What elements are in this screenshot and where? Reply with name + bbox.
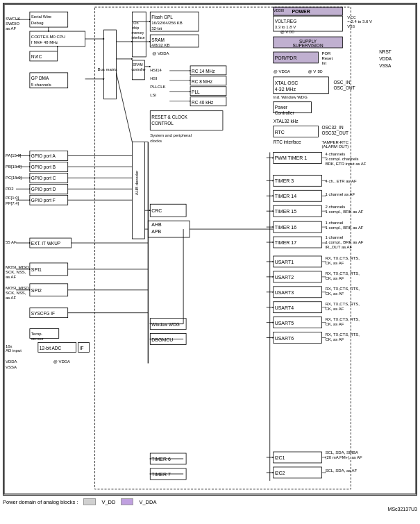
svg-text:TIMER 6: TIMER 6 (151, 457, 171, 462)
legend-vdd-box (83, 498, 96, 505)
svg-text:POR/PDR: POR/PDR (275, 56, 297, 60)
svg-text:XTAL32 kHz: XTAL32 kHz (274, 119, 299, 124)
svg-text:GPIO port C: GPIO port C (31, 176, 56, 181)
svg-text:Window WDG: Window WDG (151, 322, 180, 327)
svg-text:USART3: USART3 (275, 290, 294, 295)
svg-text:4 channels: 4 channels (325, 152, 345, 156)
svg-text:SRAM: SRAM (151, 37, 165, 42)
svg-text:GP DMA: GP DMA (31, 76, 49, 81)
svg-text:EXT. IT WKUP: EXT. IT WKUP (31, 241, 60, 246)
svg-text:OSC_IN: OSC_IN (333, 80, 350, 85)
svg-text:SUPERVISION: SUPERVISION (292, 43, 323, 48)
svg-line-275 (116, 73, 132, 142)
svg-text:SPI1: SPI1 (31, 267, 42, 272)
svg-text:APB: APB (151, 229, 161, 234)
svg-text:TIMER 17: TIMER 17 (275, 240, 296, 245)
svg-text:@ VDDA: @ VDDA (152, 51, 169, 56)
svg-text:Reset: Reset (321, 56, 333, 60)
svg-text:USART2: USART2 (275, 275, 294, 280)
svg-text:1 compl., BRK as AF: 1 compl., BRK as AF (325, 210, 363, 214)
svg-text:1 compl., BRK as AF: 1 compl., BRK as AF (325, 226, 363, 230)
svg-text:CK, as AF: CK, as AF (325, 261, 344, 265)
svg-text:CONTROL: CONTROL (151, 121, 174, 126)
svg-text:AHB decoder: AHB decoder (135, 171, 139, 196)
svg-text:Serial Wire: Serial Wire (31, 15, 52, 19)
svg-text:Int: Int (321, 61, 326, 65)
svg-text:MOSI, MISO,: MOSI, MISO, (6, 286, 31, 290)
svg-text:SWDIO: SWDIO (6, 22, 20, 26)
svg-text:SCL, SDA, as AF: SCL, SDA, as AF (325, 468, 357, 473)
svg-text:CK, as AF: CK, as AF (325, 337, 344, 341)
svg-text:Flash GPL: Flash GPL (151, 15, 173, 19)
svg-text:Temp.: Temp. (31, 332, 43, 336)
svg-text:memory: memory (131, 31, 144, 35)
svg-text:RX, TX,CTS, RTS,: RX, TX,CTS, RTS, (325, 287, 360, 291)
svg-text:RC 40 kHz: RC 40 kHz (192, 100, 213, 105)
svg-text:IR_OUT as AF: IR_OUT as AF (325, 245, 352, 249)
svg-text:CK, as AF: CK, as AF (325, 276, 344, 280)
svg-text:VDDA: VDDA (6, 360, 17, 364)
svg-text:PLL: PLL (192, 90, 200, 94)
svg-text:PF[7:4]: PF[7:4] (6, 201, 19, 205)
svg-text:RESET & CLOCK: RESET & CLOCK (151, 115, 187, 119)
svg-text:CK, as AF: CK, as AF (325, 291, 344, 296)
svg-text:= 48 MHz: = 48 MHz (40, 40, 58, 44)
svg-text:I2C2: I2C2 (275, 471, 285, 475)
svg-text:AD input: AD input (6, 349, 22, 353)
svg-text:clocks: clocks (150, 139, 162, 143)
svg-text:RTC interface: RTC interface (274, 140, 301, 144)
svg-rect-15 (104, 30, 117, 99)
svg-text:RC 8 MHz: RC 8 MHz (192, 79, 212, 84)
svg-text:OSC32_IN: OSC32_IN (321, 125, 344, 130)
svg-text:DD: DD (289, 30, 295, 34)
svg-text:Debug: Debug (31, 21, 44, 25)
svg-text:SPI2: SPI2 (31, 288, 42, 293)
svg-text:4/8/32 KB: 4/8/32 KB (151, 43, 169, 47)
svg-text:2 channels: 2 channels (325, 205, 345, 209)
svg-text:RX, TX,CTS, RTS,: RX, TX,CTS, RTS, (325, 271, 360, 276)
svg-text:USART5: USART5 (275, 321, 294, 326)
svg-text:chip: chip (132, 26, 139, 30)
svg-text:VSSA: VSSA (379, 63, 392, 68)
svg-text:TIMER 7: TIMER 7 (151, 472, 171, 477)
svg-text:1 channel: 1 channel (325, 221, 343, 225)
svg-text:DDI8: DDI8 (276, 8, 285, 12)
svg-text:@ V: @ V (280, 30, 289, 34)
svg-text:SCK, NSS,: SCK, NSS, (6, 270, 26, 274)
svg-text:@ VDDA: @ VDDA (274, 69, 290, 74)
svg-text:as AF: as AF (6, 296, 17, 300)
svg-text:VOLT.REG: VOLT.REG (275, 19, 297, 24)
svg-rect-277 (4, 4, 416, 494)
svg-text:3.3 to 1.8 V: 3.3 to 1.8 V (275, 25, 296, 29)
svg-text:16x: 16x (6, 344, 12, 348)
svg-text:SWCLK: SWCLK (6, 17, 20, 21)
svg-text:PLLCLK: PLLCLK (150, 85, 165, 89)
svg-text:OSC_OUT: OSC_OUT (333, 85, 355, 91)
svg-text:as AF: as AF (6, 26, 17, 31)
svg-text:USART1: USART1 (275, 260, 294, 264)
svg-text:CK, as AF: CK, as AF (325, 307, 344, 311)
svg-text:1 channel: 1 channel (325, 235, 343, 239)
svg-text:(20 mA FM+), as AF: (20 mA FM+), as AF (325, 455, 362, 459)
svg-text:32-bit: 32-bit (151, 26, 162, 31)
legend-label: Power domain of analog blocks : (3, 499, 78, 505)
main-container: SWCLK SWDIO as AF Serial Wire Debug CORT… (0, 0, 420, 514)
svg-text:Bus matrix: Bus matrix (98, 67, 117, 71)
svg-text:TAMPER-RTC: TAMPER-RTC (321, 140, 348, 144)
svg-text:sensor: sensor (31, 337, 44, 341)
svg-text:SYSCFG IF: SYSCFG IF (31, 311, 55, 316)
svg-text:Power: Power (275, 105, 288, 110)
svg-text:interface: interface (131, 35, 144, 40)
svg-text:DBGMCU: DBGMCU (151, 337, 173, 342)
svg-text:LSI: LSI (150, 93, 156, 97)
block-diagram-svg: SWCLK SWDIO as AF Serial Wire Debug CORT… (3, 3, 417, 495)
svg-text:RC 14 MHz: RC 14 MHz (192, 69, 215, 74)
svg-text:RX, TX,CTS, RTS,: RX, TX,CTS, RTS, (325, 332, 360, 337)
svg-text:12-bit ADC: 12-bit ADC (40, 346, 62, 350)
svg-text:TIMER 16: TIMER 16 (275, 225, 296, 230)
svg-text:USART4: USART4 (275, 305, 294, 310)
svg-text:TIMER 14: TIMER 14 (275, 194, 296, 198)
legend-vdda-label: V_DDA (139, 499, 156, 505)
svg-text:HSI: HSI (150, 76, 157, 81)
svg-text:16/32/64/256 KB: 16/32/64/256 KB (151, 21, 182, 25)
